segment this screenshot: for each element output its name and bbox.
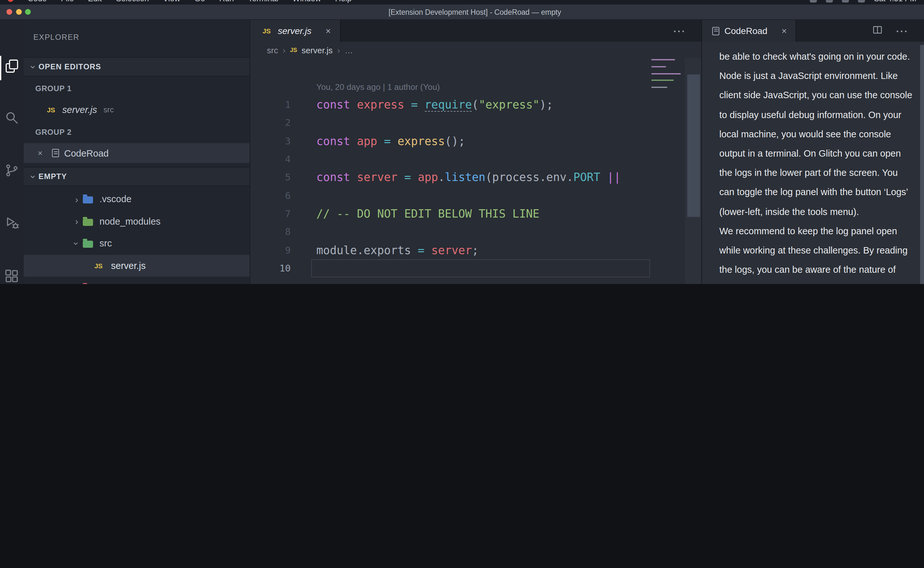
activity-bar: ⚙ [0,20,24,284]
close-tab-icon[interactable]: × [326,26,331,36]
code-line-8[interactable]: 8 [250,223,701,241]
breadcrumb-src[interactable]: src [267,45,278,55]
tutorial-text: be able to check what's going on in your… [719,47,913,284]
line-number: 3 [250,136,291,146]
menubar-status-icons: Sat 4:51 PM [810,0,916,3]
tree-item-label: server.js [111,261,146,271]
menu-selection[interactable]: Selection [116,0,149,3]
breadcrumb: src › JS server.js › … [250,42,701,58]
menu-help[interactable]: Help [335,0,352,3]
webview-file-icon [712,27,719,35]
menu-edit[interactable]: Edit [88,0,102,3]
editor-group-1-label: GROUP 1 [35,81,72,96]
node-icon [83,219,93,226]
menubar-status-icon[interactable] [810,0,817,2]
breadcrumb-symbol[interactable]: … [345,45,353,55]
title-bar: [Extension Development Host] - CodeRoad … [0,5,924,20]
tab-coderoad[interactable]: CodeRoad × [702,20,796,42]
extensions-icon[interactable] [0,266,24,284]
code-text: module.exports = server; [317,243,479,257]
run-and-debug-icon[interactable] [0,213,24,232]
menubar-clock[interactable]: Sat 4:51 PM [874,0,916,3]
coderoad-panel: CodeRoad × ··· be able to check what's g… [701,20,924,284]
file-tree: ›.vscode›node_modules›srcJSserver.js›tes… [24,188,250,284]
webview-file-icon [52,149,59,157]
zoom-button[interactable] [25,9,31,15]
tree-item-label: node_modules [99,216,160,227]
menu-file[interactable]: File [61,0,74,3]
js-icon: JS [92,261,105,271]
menu-items: CodeFileEditSelectionViewGoRunTerminalWi… [27,0,352,3]
menubar-status-icon[interactable] [842,0,849,2]
menu-terminal[interactable]: Terminal [248,0,279,3]
code-line-3[interactable]: 3const app = express(); [250,132,701,150]
chevron-down-icon: › [29,172,39,181]
menu-view[interactable]: View [163,0,180,3]
panel-actions-more-icon[interactable]: ··· [896,25,909,36]
chevron-down-icon: › [72,239,81,248]
tree-item-label: .vscode [99,194,131,204]
tree-item-node-modules[interactable]: ›node_modules [24,210,250,232]
code-line-9[interactable]: 9module.exports = server; [250,241,701,259]
menu-run[interactable]: Run [219,0,234,3]
split-editor-icon[interactable] [872,25,882,37]
vertical-scrollbar[interactable] [687,74,700,217]
source-control-icon[interactable] [0,160,24,180]
tree-item-test[interactable]: ›test [24,276,250,284]
code-line-2[interactable]: 2 [250,114,701,132]
tree-item--vscode[interactable]: ›.vscode [24,188,250,210]
minimap-line [651,73,681,74]
code-line-5[interactable]: 5const server = app.listen(process.env.P… [250,168,701,186]
menubar-status-icon[interactable] [858,0,865,2]
explorer-header: EXPLORER [33,33,80,42]
open-editor-server-js[interactable]: JS server.js src [24,100,250,119]
close-editor-icon[interactable]: × [35,148,45,158]
editor-group-2-label: GROUP 2 [35,124,72,140]
code-line-10[interactable]: 10 [250,259,701,277]
src-icon [83,241,93,248]
chevron-right-icon: › [337,45,340,55]
close-button[interactable] [6,9,12,15]
close-tab-icon[interactable]: × [782,26,787,36]
recording-indicator-icon [8,0,14,2]
blame-annotation: You, 20 days ago | 1 author (You) [250,78,701,96]
workspace-section[interactable]: › EMPTY [24,167,250,186]
tab-server-js[interactable]: JS server.js × [250,20,341,42]
tree-item-src[interactable]: ›src [24,232,250,254]
open-editor-coderoad[interactable]: × CodeRoad [24,143,250,163]
menu-go[interactable]: Go [194,0,205,3]
chevron-right-icon: › [72,217,81,226]
menu-code[interactable]: Code [27,0,47,3]
search-icon[interactable] [0,108,24,127]
explorer-icon[interactable] [0,56,24,76]
coderoad-webview: be able to check what's going on in your… [702,42,924,284]
code-lines: 1const express = require("express");23co… [250,96,701,277]
window-title: [Extension Development Host] - CodeRoad … [0,8,924,16]
code-line-1[interactable]: 1const express = require("express"); [250,96,701,114]
editor-area: JS server.js × ··· src › JS server.js › … [250,20,701,284]
vscode-window: CodeFileEditSelectionViewGoRunTerminalWi… [0,0,924,284]
panel-paragraph: be able to check what's going on in your… [719,47,913,221]
code-line-7[interactable]: 7// -- DO NOT EDIT BELOW THIS LINE [250,205,701,223]
minimap-line [651,80,674,81]
minimap[interactable] [651,59,682,94]
tree-item-server-js[interactable]: JSserver.js [24,254,250,276]
minimize-button[interactable] [16,9,21,15]
editor-actions-more-icon[interactable]: ··· [674,25,686,36]
chevron-right-icon: › [72,195,81,204]
panel-tabstrip: CodeRoad × ··· [702,20,924,42]
code-line-6[interactable]: 6 [250,186,701,205]
chevron-right-icon: › [72,283,81,284]
open-editors-section[interactable]: › OPEN EDITORS [24,57,250,76]
code-text: // -- DO NOT EDIT BELOW THIS LINE [317,207,539,220]
code-text: const app = express(); [317,134,465,147]
minimap-line [651,87,667,88]
chevron-right-icon: › [283,45,286,55]
code-line-4[interactable]: 4 [250,150,701,168]
code-editor[interactable]: You, 20 days ago | 1 author (You) 1const… [250,58,701,284]
menu-window[interactable]: Window [292,0,321,3]
breadcrumb-server-js[interactable]: server.js [301,45,333,55]
editor-tabstrip: JS server.js × ··· [250,20,701,42]
menubar-status-icon[interactable] [826,0,833,2]
panel-scrollbar[interactable] [920,45,924,284]
